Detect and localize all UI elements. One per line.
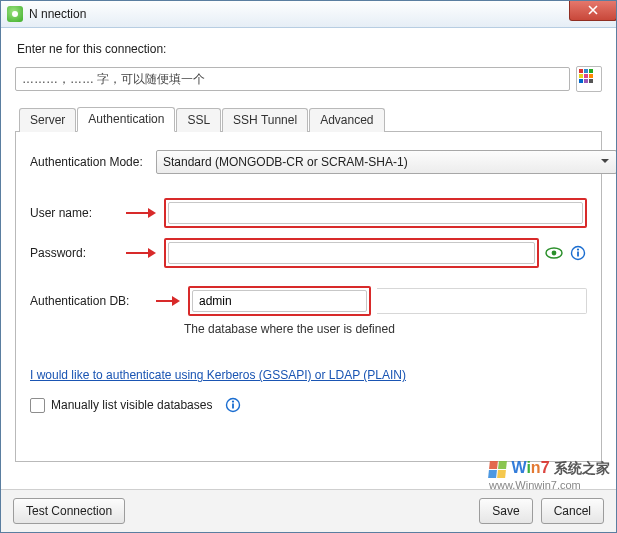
info-icon bbox=[225, 397, 241, 413]
username-highlight bbox=[164, 198, 587, 228]
password-info-button[interactable] bbox=[569, 244, 587, 262]
show-password-button[interactable] bbox=[545, 244, 563, 262]
svg-point-7 bbox=[577, 249, 579, 251]
tab-server[interactable]: Server bbox=[19, 108, 76, 132]
authdb-highlight bbox=[188, 286, 371, 316]
name-prompt: Enter ne for this connection: bbox=[17, 42, 602, 56]
svg-marker-10 bbox=[172, 296, 180, 306]
authdb-input[interactable] bbox=[192, 290, 367, 312]
save-button[interactable]: Save bbox=[479, 498, 532, 524]
watermark: Win7 系统之家 www.Winwin7.com bbox=[489, 459, 610, 492]
tabpanel-authentication: Authentication Mode: Standard (MONGODB-C… bbox=[15, 132, 602, 462]
username-input[interactable] bbox=[168, 202, 583, 224]
password-highlight bbox=[164, 238, 539, 268]
tab-ssl[interactable]: SSL bbox=[176, 108, 221, 132]
connection-name-input[interactable] bbox=[15, 67, 570, 91]
tab-advanced[interactable]: Advanced bbox=[309, 108, 384, 132]
dialog-footer: Test Connection Save Cancel bbox=[1, 489, 616, 532]
svg-point-12 bbox=[232, 401, 234, 403]
svg-point-5 bbox=[552, 251, 557, 256]
cancel-button[interactable]: Cancel bbox=[541, 498, 604, 524]
arrow-icon bbox=[156, 295, 180, 307]
svg-marker-1 bbox=[148, 208, 156, 218]
svg-marker-3 bbox=[148, 248, 156, 258]
authdb-input-extent bbox=[377, 288, 587, 314]
close-button[interactable] bbox=[569, 0, 617, 21]
arrow-icon bbox=[126, 247, 156, 259]
auth-mode-select[interactable]: Standard (MONGODB-CR or SCRAM-SHA-1) bbox=[156, 150, 617, 174]
password-label: Password: bbox=[30, 246, 126, 260]
titlebar: N nnection bbox=[1, 1, 616, 28]
dialog-window: N nnection Enter ne for this connection:… bbox=[0, 0, 617, 533]
windows-logo-icon bbox=[488, 461, 507, 478]
svg-rect-13 bbox=[233, 404, 235, 409]
tab-ssh-tunnel[interactable]: SSH Tunnel bbox=[222, 108, 308, 132]
app-icon bbox=[7, 6, 23, 22]
window-title: N nnection bbox=[29, 7, 86, 21]
test-connection-button[interactable]: Test Connection bbox=[13, 498, 125, 524]
manual-list-label: Manually list visible databases bbox=[51, 398, 212, 412]
tab-authentication[interactable]: Authentication bbox=[77, 107, 175, 132]
svg-rect-8 bbox=[577, 252, 579, 257]
username-label: User name: bbox=[30, 206, 126, 220]
authdb-hint: The database where the user is defined bbox=[184, 322, 587, 336]
close-icon bbox=[588, 5, 598, 15]
auth-mode-value: Standard (MONGODB-CR or SCRAM-SHA-1) bbox=[163, 155, 408, 169]
watermark-cn: 系统之家 bbox=[554, 460, 610, 476]
arrow-icon bbox=[126, 207, 156, 219]
dialog-body: Enter ne for this connection: Server Aut… bbox=[1, 28, 616, 462]
manual-list-checkbox[interactable] bbox=[30, 398, 45, 413]
eye-icon bbox=[545, 247, 563, 259]
tabstrip: Server Authentication SSL SSH Tunnel Adv… bbox=[15, 106, 602, 132]
auth-mode-label: Authentication Mode: bbox=[30, 155, 156, 169]
password-input[interactable] bbox=[168, 242, 535, 264]
kerberos-ldap-link[interactable]: I would like to authenticate using Kerbe… bbox=[30, 368, 406, 382]
color-palette-button[interactable] bbox=[576, 66, 602, 92]
manual-list-info-button[interactable] bbox=[224, 396, 242, 414]
authdb-label: Authentication DB: bbox=[30, 294, 156, 308]
info-icon bbox=[570, 245, 586, 261]
